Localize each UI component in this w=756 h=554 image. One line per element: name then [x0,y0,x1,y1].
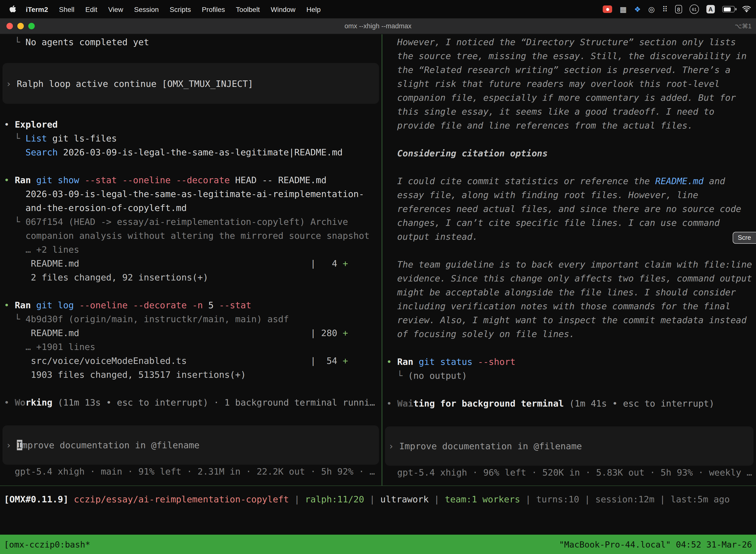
zoom-button[interactable] [28,23,35,29]
text-segment: of focusing solely on file lines. [386,329,575,339]
text-segment: [OMX#0.11.9] [4,494,74,504]
text-segment: Considering citation options [386,148,548,158]
text-segment: might be acceptable alongside the file l… [386,287,736,297]
menu-profiles[interactable]: Profiles [196,5,231,13]
text-segment: Explored [15,119,58,129]
macos-menubar: iTerm2 Shell Edit View Session Scripts P… [0,0,756,18]
terminal-line: I could cite commit statistics or refere… [382,174,756,188]
terminal-line: • Ran git show --stat --oneline --decora… [0,173,381,187]
text-segment: | [289,494,305,504]
terminal-line: README.md | 280 + [0,326,381,340]
text-segment: (no output) [408,370,467,381]
close-button[interactable] [6,23,13,29]
stats-pill-icon[interactable]: 8 [675,5,682,13]
text-segment: Ran [15,175,31,185]
omx-status-bar: [OMX#0.11.9] cczip/essay/ai-reimplementa… [0,486,756,535]
iterm2-window: iTerm2 Shell Edit View Session Scripts P… [0,0,756,554]
terminal-line: evidence. Since this change only affects… [382,272,756,285]
screen-popover[interactable]: Scre [733,232,756,244]
menu-toolbelt[interactable]: Toolbelt [231,5,265,13]
terminal-line [0,382,381,396]
window-titlebar[interactable]: omx --xhigh --madmax ⌥⌘1 [0,18,756,34]
left-terminal-output: • Explored └ List git ls-files Search 20… [0,104,381,409]
battery-icon[interactable] [722,6,735,12]
text-segment: 1903 files changed, 513517 insertions(+) [4,369,246,380]
text-segment: git ls-files [47,133,117,144]
text-segment: + [342,258,348,269]
input-source-icon[interactable]: A [706,5,715,13]
menubar-app-name[interactable]: iTerm2 [20,5,54,13]
minimize-button[interactable] [17,23,24,29]
terminal-line: review. Also, I might want to inspect th… [382,313,756,327]
battery-percent-icon[interactable]: 61 [690,4,699,14]
text-segment: 5 [203,300,213,310]
left-pane[interactable]: └ No agents completed yet › Ralph loop a… [0,34,381,486]
text-segment: git status [413,356,472,367]
terminal-line: companion analysis without altering the … [0,229,381,243]
dots-grid-icon[interactable]: ⠿ [662,5,668,14]
terminal-line: └ (no output) [382,369,756,383]
menu-help[interactable]: Help [301,5,326,13]
menu-session[interactable]: Session [128,5,164,13]
text-segment: › [388,441,399,451]
terminal-line: README.md | 4 + [0,257,381,271]
terminal-line: and-the-erosion-of-copyleft.md [0,201,381,215]
inject-banner: › Ralph loop active continue [OMX_TMUX_I… [2,63,379,104]
menu-shell[interactable]: Shell [54,5,80,13]
left-prompt-input[interactable]: › Improve documentation in @filename [2,426,379,465]
text-segment: • [4,397,15,407]
raycast-icon[interactable]: ❖ [634,5,641,14]
window-grid-icon[interactable]: ▦ [620,5,627,14]
menu-edit[interactable]: Edit [80,5,103,13]
text-segment: changes, I can’t cite specific file line… [386,217,720,228]
window-shortcut-badge: ⌥⌘1 [735,22,752,30]
text-segment: mprove documentation in @filename [22,440,199,450]
text-segment: … +1901 lines [4,341,95,352]
terminal-line: src/voice/voiceModeEnabled.ts | 54 + [0,354,381,368]
text-segment: references need actual files, and since … [386,204,741,214]
right-prompt-input[interactable]: › Improve documentation in @filename [385,427,754,466]
text-segment: List [25,133,47,144]
text-segment: --oneline --decorate -n [74,300,203,310]
terminal-line [0,104,381,118]
terminal-line: of focusing solely on file lines. [382,327,756,341]
menu-scripts[interactable]: Scripts [164,5,196,13]
text-segment: I [17,440,22,450]
terminal-line: • Explored [0,118,381,131]
terminal-line: 2 files changed, 92 insertions(+) [0,271,381,284]
menu-window[interactable]: Window [265,5,301,13]
text-segment: No agents completed yet [25,37,149,47]
text-segment: git show [31,175,79,185]
menubar-status-icons: ▦ ❖ ◎ ⠿ 8 61 A [603,4,751,14]
screen-recording-icon[interactable] [603,5,612,13]
right-pane[interactable]: However, I noticed the “Directory Struct… [382,34,756,486]
text-segment: └ [4,37,25,47]
text-segment: Wai [397,398,413,408]
text-segment: and-the-erosion-of-copyleft.md [4,203,187,213]
apple-menu-icon[interactable] [9,5,16,13]
swirl-app-icon[interactable]: ◎ [648,5,655,14]
terminal-line: └ 067f154 (HEAD -> essay/ai-reimplementa… [0,215,381,229]
terminal-line: output instead. [382,230,756,244]
terminal-line: this single essay, it seems like a good … [382,105,756,119]
terminal-panes: └ No agents completed yet › Ralph loop a… [0,34,756,486]
terminal-line: changes, I can’t cite specific file line… [382,216,756,230]
text-segment: including verification notes with those … [386,301,731,311]
wifi-icon[interactable] [742,6,751,13]
text-segment: this single essay, it seems like a good … [386,106,714,117]
terminal-line: └ 4b9d30f (origin/main, instructkr/main,… [0,312,381,326]
terminal-line: provide file and line references from th… [382,119,756,132]
text-segment: HEAD -- README.md [230,175,326,185]
text-segment: └ 067f154 (HEAD -> essay/ai-reimplementa… [4,216,348,227]
terminal-line [382,160,756,174]
terminal-line: Search 2026-03-09-is-legal-the-same-as-l… [0,146,381,159]
text-segment: + [342,355,348,366]
window-title: omx --xhigh --madmax [344,22,412,30]
text-segment: • [386,398,397,408]
terminal-line: • Working (11m 13s • esc to interrupt) ·… [0,396,381,409]
text-segment: gpt-5.4 xhigh · 96% left · 520K in · 5.8… [386,467,752,478]
text-segment: Ralph loop active continue [OMX_TMUX_INJ… [17,78,253,89]
left-terminal-output-top: └ No agents completed yet [0,35,381,63]
menu-view[interactable]: View [103,5,128,13]
text-segment: 2 files changed, 92 insertions(+) [4,272,208,282]
